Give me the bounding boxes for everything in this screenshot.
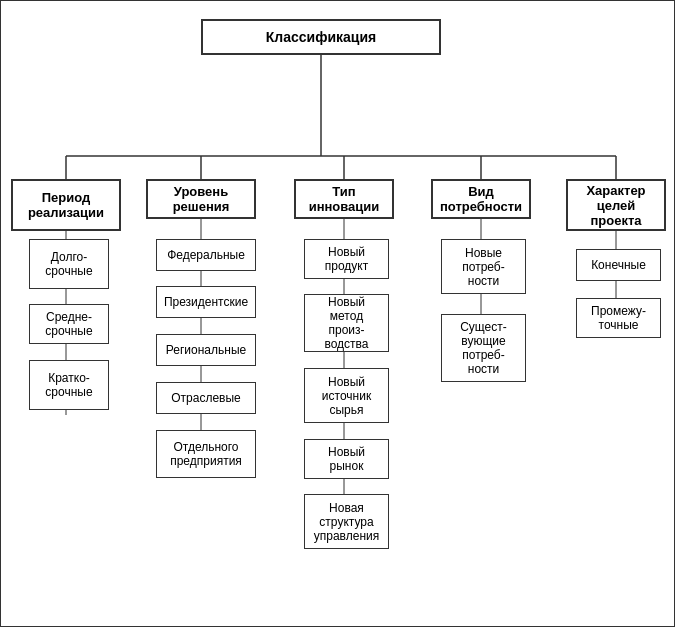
- col1-header: Период реализации: [11, 179, 121, 231]
- col3-header: Тип инновации: [294, 179, 394, 219]
- c2-3: Региональные: [156, 334, 256, 366]
- col4-header: Вид потребности: [431, 179, 531, 219]
- c4-2: Сущест-вующие потреб-ности: [441, 314, 526, 382]
- c5-1: Конечные: [576, 249, 661, 281]
- c1-2: Средне-срочные: [29, 304, 109, 344]
- c3-5: Новая структура управления: [304, 494, 389, 549]
- c2-4: Отраслевые: [156, 382, 256, 414]
- c2-5: Отдельного предприятия: [156, 430, 256, 478]
- c1-1: Долго-срочные: [29, 239, 109, 289]
- c3-4: Новый рынок: [304, 439, 389, 479]
- c2-2: Президентские: [156, 286, 256, 318]
- c4-1: Новые потреб-ности: [441, 239, 526, 294]
- c3-3: Новый источник сырья: [304, 368, 389, 423]
- col2-header: Уровень решения: [146, 179, 256, 219]
- root-node: Классификация: [201, 19, 441, 55]
- c3-2: Новый метод произ-водства: [304, 294, 389, 352]
- diagram-container: Классификация Период реализации Долго-ср…: [0, 0, 675, 627]
- c3-1: Новый продукт: [304, 239, 389, 279]
- col5-header: Характер целей проекта: [566, 179, 666, 231]
- c2-1: Федеральные: [156, 239, 256, 271]
- c1-3: Кратко-срочные: [29, 360, 109, 410]
- c5-2: Промежу-точные: [576, 298, 661, 338]
